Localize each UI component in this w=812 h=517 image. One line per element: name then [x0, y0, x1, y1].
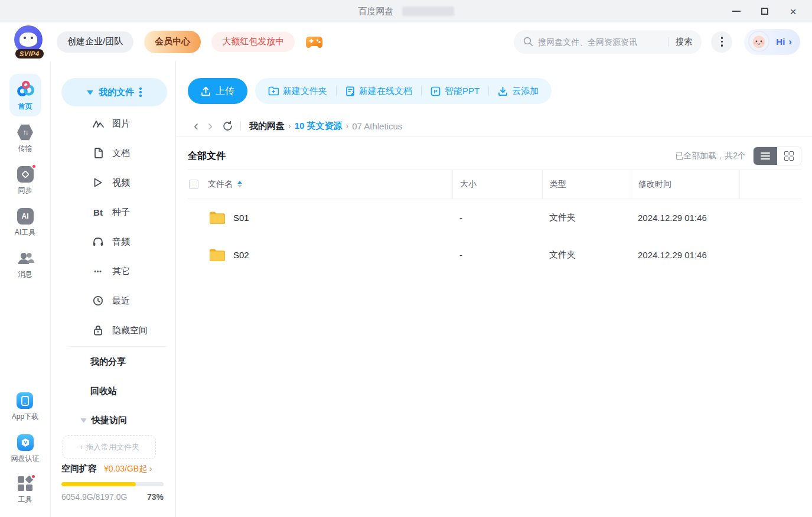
chevron-right-icon: ›	[346, 121, 349, 131]
member-center-button[interactable]: 会员中心	[144, 31, 201, 53]
torrent-icon: Bt	[92, 207, 105, 217]
account-avatar[interactable]: SVIP4	[14, 25, 45, 58]
toolbar-actions: 新建文件夹 新建在线文档	[255, 78, 552, 104]
other-icon: •••	[92, 268, 105, 275]
forward-button[interactable]: ›	[203, 119, 217, 133]
search-input[interactable]	[538, 37, 661, 47]
file-table: 文件名 大小 类型 修改时间	[176, 166, 812, 274]
file-size: -	[452, 213, 542, 223]
grid-view-icon	[784, 151, 794, 161]
upload-button[interactable]: 上传	[188, 78, 247, 104]
sidebar-item-quick-access[interactable]: 快捷访问	[51, 406, 175, 434]
column-size[interactable]: 大小	[460, 179, 477, 190]
videos-icon	[92, 177, 105, 188]
my-files-menu-icon[interactable]	[139, 87, 142, 97]
titlebar-center: 百度网盘	[358, 6, 454, 17]
search-button[interactable]: 搜索	[676, 37, 692, 47]
drag-folder-dropzone[interactable]: + 拖入常用文件夹	[63, 435, 156, 459]
sidebar-item-pictures[interactable]: 图片	[51, 109, 175, 138]
nav-item-messages[interactable]: 消息	[17, 250, 34, 279]
expand-storage-label: 空间扩容	[61, 463, 97, 474]
sidebar-item-recycle-bin[interactable]: 回收站	[51, 376, 175, 406]
sidebar-item-my-shares[interactable]: 我的分享	[51, 347, 175, 376]
new-folder-button[interactable]: 新建文件夹	[268, 86, 327, 97]
nav-item-ai-tools[interactable]: AI AI工具	[15, 208, 35, 238]
app-download-icon	[17, 392, 33, 409]
messages-icon	[17, 250, 34, 266]
new-folder-icon	[268, 86, 279, 96]
folder-icon	[209, 211, 225, 225]
sidebar-item-torrents[interactable]: Bt 种子	[51, 197, 175, 227]
gamepad-icon	[305, 35, 323, 48]
table-row[interactable]: S02 - 文件夹 2024.12.29 01:46	[188, 236, 801, 274]
breadcrumb-item-root[interactable]: 我的网盘	[249, 121, 285, 132]
audio-icon	[92, 237, 105, 246]
user-assistant-chip[interactable]: Hi ›	[744, 29, 800, 55]
more-menu-button[interactable]	[711, 31, 732, 53]
expand-price-link[interactable]: ¥0.03/GB起 ›	[104, 464, 152, 474]
nav-item-app-download[interactable]: App下载	[12, 392, 38, 422]
sort-toggle[interactable]	[237, 181, 242, 188]
sidebar: 我的文件 图片 文档 视频 B	[51, 61, 176, 517]
close-button[interactable]: ×	[779, 0, 807, 22]
nav-item-transfer[interactable]: ↑↓ 传输	[17, 124, 34, 154]
minimize-button[interactable]	[722, 0, 751, 22]
column-type[interactable]: 类型	[550, 179, 566, 190]
new-online-doc-button[interactable]: 新建在线文档	[345, 86, 412, 97]
sidebar-item-other[interactable]: ••• 其它	[51, 256, 175, 286]
nav-item-sync[interactable]: 同步	[17, 166, 34, 196]
storage-progress-fill	[61, 482, 136, 486]
grid-view-button[interactable]	[777, 147, 801, 165]
storage-percent-text: 73%	[147, 492, 164, 502]
titlebar: 百度网盘 ×	[0, 0, 812, 22]
sidebar-item-my-files[interactable]: 我的文件	[61, 78, 167, 106]
file-modified: 2024.12.29 01:46	[631, 213, 739, 223]
assistant-avatar-icon	[745, 28, 772, 56]
nav-rail: 首页 ↑↓ 传输 同步 AI AI工具	[0, 61, 51, 517]
load-status: 已全部加载，共2个	[675, 151, 746, 161]
column-name[interactable]: 文件名	[208, 179, 233, 190]
smart-ppt-button[interactable]: P 智能PPT	[431, 86, 480, 97]
window-title: 百度网盘	[358, 6, 394, 17]
list-title: 全部文件	[188, 150, 226, 162]
red-packet-promo-button[interactable]: 大额红包发放中	[211, 32, 295, 52]
sidebar-item-recent[interactable]: 最近	[51, 286, 175, 316]
column-modified[interactable]: 修改时间	[638, 179, 671, 190]
file-name[interactable]: S02	[233, 250, 249, 260]
breadcrumb-item-parent[interactable]: 10 英文资源	[295, 121, 343, 132]
netdisk-logo-icon	[15, 79, 35, 99]
new-doc-icon	[345, 86, 355, 96]
close-icon: ×	[790, 6, 796, 17]
storage-progress-bar	[61, 482, 164, 486]
svip-badge: SVIP4	[15, 49, 44, 58]
documents-icon	[92, 148, 105, 158]
tools-notification-dot	[31, 474, 36, 479]
nav-item-home[interactable]: 首页	[9, 74, 41, 116]
select-all-checkbox[interactable]	[189, 180, 198, 189]
maximize-icon	[761, 8, 768, 15]
nav-item-tools[interactable]: 工具	[18, 476, 33, 505]
main-content: 上传 新建文件夹	[176, 61, 812, 517]
refresh-button[interactable]	[222, 121, 233, 132]
nav-item-certification[interactable]: V 网盘认证	[11, 434, 40, 464]
table-row[interactable]: S01 - 文件夹 2024.12.29 01:46	[188, 199, 801, 236]
sidebar-item-audio[interactable]: 音频	[51, 227, 175, 256]
sync-icon	[17, 166, 34, 183]
redacted-username	[402, 6, 454, 16]
lock-icon	[92, 325, 105, 336]
create-team-button[interactable]: 创建企业/团队	[57, 31, 133, 53]
sidebar-item-videos[interactable]: 视频	[51, 168, 175, 197]
smart-ppt-icon: P	[431, 86, 441, 96]
sidebar-item-documents[interactable]: 文档	[51, 138, 175, 168]
back-button[interactable]: ‹	[189, 119, 203, 133]
svg-text:V: V	[24, 440, 27, 446]
file-name[interactable]: S01	[233, 213, 249, 223]
sidebar-item-hidden-space[interactable]: 隐藏空间	[51, 316, 175, 345]
pictures-icon	[92, 119, 105, 128]
transfer-icon: ↑↓	[17, 124, 34, 141]
games-button[interactable]	[305, 35, 323, 48]
cloud-add-button[interactable]: 云添加	[498, 86, 539, 97]
maximize-button[interactable]	[751, 0, 779, 22]
list-view-button[interactable]	[754, 147, 777, 165]
table-header: 文件名 大小 类型 修改时间	[188, 170, 801, 199]
